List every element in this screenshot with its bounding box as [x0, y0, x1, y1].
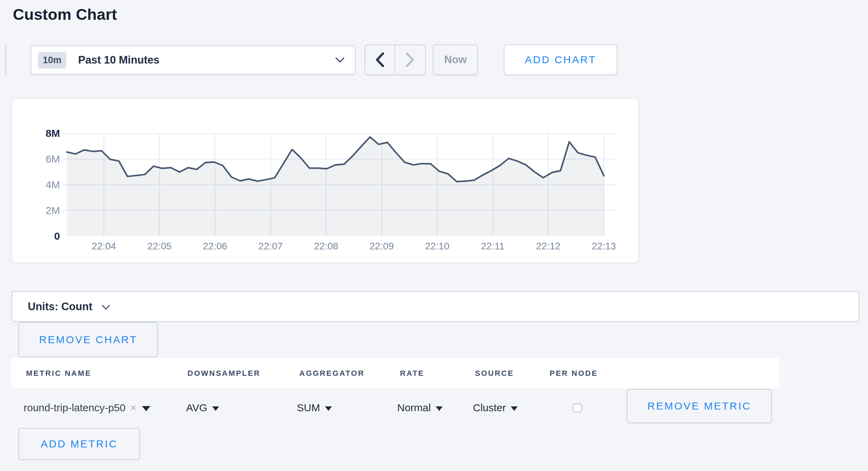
- remove-metric-label: REMOVE METRIC: [648, 400, 751, 412]
- rate-dropdown[interactable]: Normal: [397, 400, 443, 415]
- svg-text:22:09: 22:09: [369, 241, 394, 251]
- remove-metric-button[interactable]: REMOVE METRIC: [627, 389, 772, 423]
- col-header-rate: RATE: [400, 369, 424, 378]
- prev-time-button[interactable]: [365, 45, 395, 74]
- downsampler-value: AVG: [186, 402, 207, 414]
- downsampler-dropdown[interactable]: AVG: [186, 400, 219, 415]
- time-window-dropdown[interactable]: 10m Past 10 Minutes: [31, 46, 356, 75]
- remove-chart-button[interactable]: REMOVE CHART: [18, 322, 158, 357]
- svg-text:22:07: 22:07: [258, 241, 283, 251]
- caret-down-icon: [142, 406, 150, 411]
- svg-text:8M: 8M: [45, 127, 60, 139]
- svg-text:22:08: 22:08: [314, 241, 338, 251]
- svg-text:22:13: 22:13: [592, 241, 616, 251]
- svg-text:22:04: 22:04: [92, 241, 116, 251]
- chevron-down-icon: [335, 57, 345, 64]
- source-value: Cluster: [473, 402, 506, 414]
- chevron-right-icon: [406, 52, 415, 67]
- aggregator-dropdown[interactable]: SUM: [297, 400, 332, 415]
- chevron-down-icon: [101, 304, 110, 311]
- add-chart-label: ADD CHART: [525, 54, 596, 66]
- col-header-per-node: PER NODE: [550, 369, 598, 378]
- metric-chart-card: 22:0422:0522:0622:0722:0822:0922:1022:11…: [11, 98, 639, 263]
- svg-text:4M: 4M: [45, 179, 60, 190]
- add-chart-button[interactable]: ADD CHART: [504, 44, 617, 75]
- metric-name-dropdown[interactable]: round-trip-latency-p50 ×: [24, 400, 150, 415]
- svg-text:0: 0: [54, 230, 60, 242]
- per-node-checkbox[interactable]: [573, 403, 582, 412]
- next-time-button[interactable]: [395, 45, 425, 74]
- svg-text:2M: 2M: [45, 205, 60, 216]
- col-header-downsampler: DOWNSAMPLER: [187, 369, 260, 378]
- clear-metric-icon[interactable]: ×: [130, 402, 136, 414]
- add-metric-label: ADD METRIC: [41, 438, 118, 450]
- custom-chart-page: Custom Chart 10m Past 10 Minutes Now ADD…: [0, 0, 868, 471]
- svg-text:22:05: 22:05: [147, 241, 172, 251]
- caret-down-icon: [325, 406, 332, 411]
- time-window-label: Past 10 Minutes: [78, 54, 159, 66]
- caret-down-icon: [436, 406, 443, 411]
- remove-chart-label: REMOVE CHART: [39, 334, 137, 346]
- svg-text:22:12: 22:12: [536, 241, 560, 251]
- metric-chart-svg[interactable]: 22:0422:0522:0622:0722:0822:0922:1022:11…: [12, 99, 638, 263]
- svg-text:22:06: 22:06: [203, 241, 227, 251]
- aggregator-value: SUM: [297, 402, 320, 414]
- caret-down-icon: [511, 406, 518, 411]
- source-dropdown[interactable]: Cluster: [473, 400, 518, 415]
- page-title: Custom Chart: [13, 6, 117, 24]
- now-button[interactable]: Now: [433, 44, 478, 75]
- rate-value: Normal: [397, 402, 431, 414]
- svg-text:22:10: 22:10: [425, 241, 449, 251]
- metrics-table-header: [11, 358, 779, 388]
- add-metric-button[interactable]: ADD METRIC: [18, 428, 140, 460]
- units-dropdown[interactable]: Units: Count: [11, 291, 859, 322]
- time-window-badge: 10m: [38, 52, 66, 68]
- metric-name-value: round-trip-latency-p50: [24, 402, 125, 414]
- units-label: Units: Count: [28, 300, 92, 313]
- chevron-left-icon: [375, 52, 384, 67]
- col-header-aggregator: AGGREGATOR: [299, 369, 365, 378]
- caret-down-icon: [212, 406, 219, 411]
- toolbar-left-divider: [5, 44, 6, 75]
- col-header-source: SOURCE: [475, 369, 514, 378]
- svg-text:6M: 6M: [45, 153, 60, 165]
- svg-text:22:11: 22:11: [481, 241, 504, 251]
- col-header-metric-name: METRIC NAME: [26, 369, 91, 378]
- time-nav-group: [365, 44, 426, 75]
